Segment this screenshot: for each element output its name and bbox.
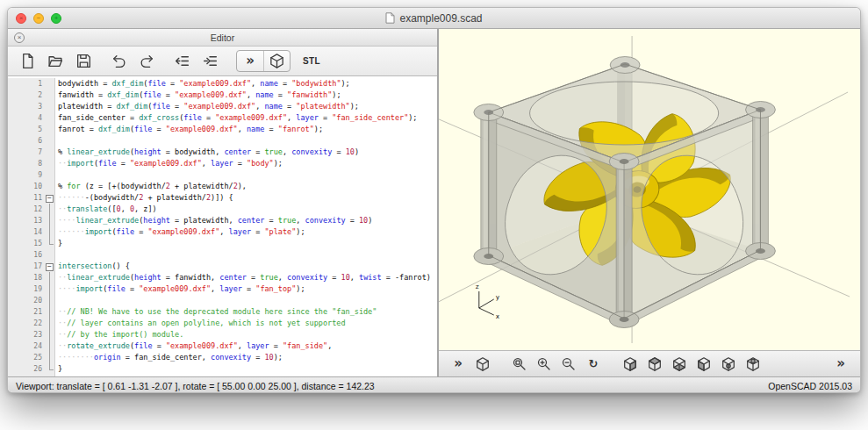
code-line[interactable] [58,135,437,147]
fold-margin-cell [45,204,54,215]
new-document-icon [19,53,36,69]
code-line[interactable]: bodywidth = dxf_dim(file = "example009.d… [58,78,437,90]
code-line[interactable]: ··// by the import() module. [58,329,437,340]
code-line[interactable]: ······-(bodywidth/2 + platewidth/2)]) { [58,192,437,204]
cube-front-icon [721,356,736,372]
render-cube-icon [475,356,491,372]
view-bottom-button[interactable] [667,353,692,376]
code-line[interactable]: } [58,238,437,249]
code-editor[interactable]: 1234567891011−121314151617−1819202122232… [8,76,437,376]
export-stl-button[interactable]: STL [298,49,326,74]
code-line[interactable]: % linear_extrude(height = bodywidth, cen… [58,147,437,158]
zoom-window-button[interactable]: + [51,13,61,24]
gutter-row: 22 [8,318,54,329]
code-line[interactable]: ····linear_extrude(height = platewidth, … [58,215,437,226]
reset-view-button[interactable]: ↻ [581,353,606,376]
fold-margin-cell [45,363,54,375]
code-line[interactable]: ··import(file = "example009.dxf", layer … [58,158,437,169]
open-folder-icon [47,53,64,69]
code-line[interactable]: ······import(file = "example009.dxf", la… [58,226,437,238]
code-line[interactable]: % for (z = [+(bodywidth/2 + platewidth/2… [58,181,437,192]
line-number: 20 [8,297,45,305]
view-left-button[interactable] [692,353,716,376]
redo-button[interactable] [133,49,161,74]
code-line[interactable]: intersection() { [58,261,437,272]
gutter-row: 15 [8,238,54,249]
gutter-row: 9 [8,169,54,181]
code-line[interactable]: fan_side_center = dxf_cross(file = "exam… [58,112,437,124]
code-line[interactable]: ··// layer contains an open polyline, wh… [58,318,437,329]
zoom-out-button[interactable] [556,353,581,376]
code-line[interactable] [58,295,437,306]
fold-margin-cell [45,124,54,135]
gutter-row: 20 [8,295,54,306]
code-line[interactable]: platewidth = dxf_dim(file = "example009.… [58,101,437,112]
gutter-row: 16 [8,249,54,261]
line-number: 14 [8,228,45,236]
open-file-button[interactable] [41,49,69,74]
minimize-window-button[interactable]: − [33,13,44,24]
editor-dock-titlebar[interactable]: × Editor [8,29,437,47]
render-button[interactable] [263,51,290,71]
fold-margin-cell [45,318,54,329]
code-line[interactable]: ····import(file = "example009.dxf", laye… [58,283,437,295]
fold-margin-cell [45,169,54,181]
preview-button[interactable]: » [446,353,470,376]
code-line[interactable]: ··linear_extrude(height = fanwidth, cent… [58,272,437,283]
close-window-button[interactable]: × [16,13,26,24]
axis-x-label: x [496,312,500,320]
line-number: 2 [8,91,45,99]
fold-margin-cell [45,329,54,340]
gutter-row: 3 [8,101,54,112]
code-line[interactable] [58,169,437,181]
gutter-row: 17− [8,261,54,272]
code-line[interactable]: ··translate([0, 0, z]) [58,204,437,215]
line-number: 5 [8,125,45,133]
line-number: 9 [8,171,45,179]
code-line[interactable]: ········origin = fan_side_center, convex… [58,352,437,363]
zoom-all-button[interactable] [507,353,532,376]
line-number: 16 [8,251,45,259]
window-titlebar[interactable]: × − + example009.scad [8,8,860,29]
viewport-pane: z x y » [439,29,860,376]
gutter-row: 2 [8,90,54,101]
unindent-button[interactable] [168,49,196,74]
gutter-row: 1 [8,78,54,90]
indent-icon [202,53,219,69]
view-right-button[interactable] [618,353,642,376]
fold-marker[interactable]: − [45,261,54,272]
overflow-chevrons-icon: » [836,357,845,370]
fold-margin-cell [45,352,54,363]
toolbar-overflow-button[interactable]: » [829,353,853,376]
save-button[interactable] [69,49,97,74]
zoom-in-button[interactable] [532,353,556,376]
gutter-row: 8 [8,158,54,169]
stl-export-icon: STL [303,56,320,66]
indent-button[interactable] [196,49,224,74]
code-line[interactable]: ··// NB! We have to use the deprecated m… [58,306,437,318]
preview-button[interactable]: » [237,51,263,71]
line-number: 21 [8,308,45,316]
redo-icon [139,53,155,69]
code-line[interactable]: } [58,363,437,375]
view-front-button[interactable] [716,353,741,376]
cube-right-icon [622,356,638,372]
gutter-row: 13 [8,215,54,226]
view-top-button[interactable] [642,353,667,376]
gutter-row: 12 [8,204,54,215]
gutter-row: 10 [8,181,54,192]
editor-close-button[interactable]: × [14,32,25,43]
3d-viewport[interactable]: z x y [439,29,860,350]
view-back-button[interactable] [741,353,765,376]
code-line[interactable]: fanrot = dxf_dim(file = "example009.dxf"… [58,124,437,135]
fold-marker[interactable]: − [45,192,54,204]
code-line[interactable]: ··rotate_extrude(file = "example009.dxf"… [58,340,437,352]
line-number: 15 [8,240,45,247]
render-button[interactable] [470,353,495,376]
code-line[interactable]: fanwidth = dxf_dim(file = "example009.dx… [58,90,437,101]
line-number: 6 [8,137,45,145]
code-line[interactable] [58,249,437,261]
undo-button[interactable] [104,49,133,74]
line-number: 17 [8,262,45,270]
new-file-button[interactable] [13,49,41,74]
